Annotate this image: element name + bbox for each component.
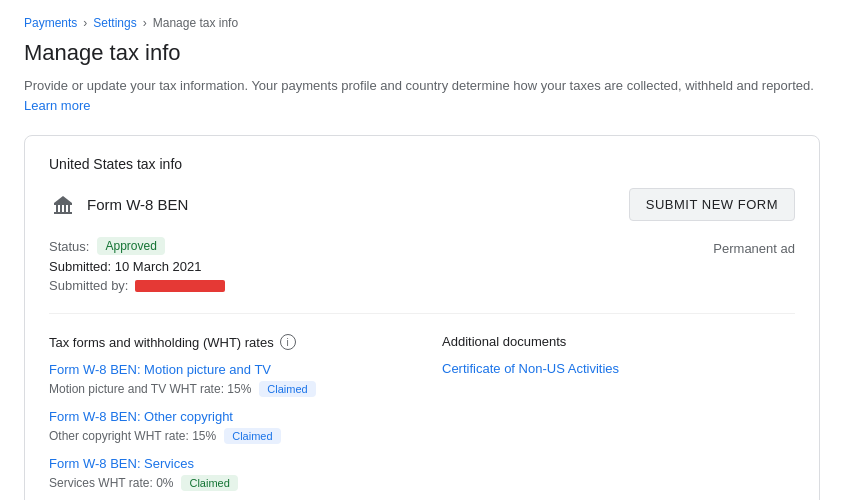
claimed-badge-other-copyright: Claimed <box>224 428 280 444</box>
breadcrumb-payments[interactable]: Payments <box>24 16 77 30</box>
page-description: Provide or update your tax information. … <box>24 76 820 115</box>
additional-documents-column: Additional documents Certificate of Non-… <box>442 334 795 500</box>
claimed-badge-motion-picture: Claimed <box>259 381 315 397</box>
tax-forms-column: Tax forms and withholding (WHT) rates i … <box>49 334 402 500</box>
claimed-badge-services: Claimed <box>181 475 237 491</box>
breadcrumb: Payments › Settings › Manage tax info <box>24 16 820 30</box>
breadcrumb-sep-1: › <box>83 16 87 30</box>
certificate-link[interactable]: Certificate of Non-US Activities <box>442 361 619 376</box>
svg-marker-6 <box>54 196 72 203</box>
form-header: Form W-8 BEN SUBMIT NEW FORM <box>49 188 795 221</box>
page-title: Manage tax info <box>24 40 820 66</box>
status-label: Status: <box>49 239 89 254</box>
rate-row-services: Services WHT rate: 0% Claimed <box>49 475 402 491</box>
bank-icon <box>49 191 77 219</box>
breadcrumb-current: Manage tax info <box>153 16 238 30</box>
tax-info-card: United States tax info Form W-8 BEN SUBM… <box>24 135 820 500</box>
breadcrumb-sep-2: › <box>143 16 147 30</box>
additional-docs-heading: Additional documents <box>442 334 795 349</box>
form-link-motion-picture[interactable]: Form W-8 BEN: Motion picture and TV <box>49 362 402 377</box>
card-section-title: United States tax info <box>49 156 795 172</box>
form-link-services[interactable]: Form W-8 BEN: Services <box>49 456 402 471</box>
rate-row-other-copyright: Other copyright WHT rate: 15% Claimed <box>49 428 402 444</box>
divider <box>49 313 795 314</box>
svg-rect-2 <box>60 205 62 212</box>
svg-rect-5 <box>54 212 72 214</box>
permanent-ad-label: Permanent ad <box>713 241 795 256</box>
tax-forms-heading: Tax forms and withholding (WHT) rates i <box>49 334 402 350</box>
status-badge: Approved <box>97 237 164 255</box>
submitted-by-row: Submitted by: <box>49 278 225 293</box>
svg-rect-1 <box>56 205 58 212</box>
rate-row-motion-picture: Motion picture and TV WHT rate: 15% Clai… <box>49 381 402 397</box>
learn-more-link[interactable]: Learn more <box>24 98 90 113</box>
two-col-section: Tax forms and withholding (WHT) rates i … <box>49 334 795 500</box>
info-icon[interactable]: i <box>280 334 296 350</box>
redacted-name <box>135 280 225 292</box>
form-name: Form W-8 BEN <box>87 196 188 213</box>
breadcrumb-settings[interactable]: Settings <box>93 16 136 30</box>
svg-rect-0 <box>54 203 72 205</box>
submit-new-form-button[interactable]: SUBMIT NEW FORM <box>629 188 795 221</box>
form-link-other-copyright[interactable]: Form W-8 BEN: Other copyright <box>49 409 402 424</box>
svg-rect-3 <box>64 205 66 212</box>
status-row: Status: Approved <box>49 237 225 255</box>
svg-rect-4 <box>68 205 70 212</box>
form-header-left: Form W-8 BEN <box>49 191 188 219</box>
submitted-row: Submitted: 10 March 2021 <box>49 259 225 274</box>
